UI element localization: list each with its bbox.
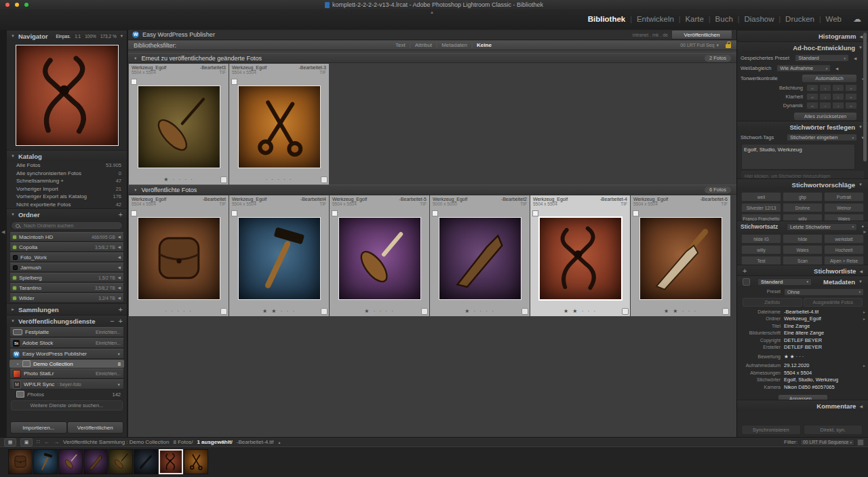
- filter-option-text[interactable]: Text: [391, 42, 410, 48]
- panel-switch-icon[interactable]: [833, 66, 838, 71]
- collection-demo-collection[interactable]: Demo Collection8: [9, 360, 124, 368]
- increase-button[interactable]: [832, 93, 844, 100]
- photo-checkbox[interactable]: [432, 210, 438, 216]
- navigator-preview[interactable]: [16, 45, 119, 146]
- service-setup-link[interactable]: Einrichten...: [96, 341, 121, 345]
- filmstrip-thumb-2[interactable]: [33, 449, 58, 474]
- metadata-value[interactable]: 29.12.2020: [784, 362, 810, 368]
- decrease-large-button[interactable]: [806, 84, 818, 92]
- tab-buch[interactable]: Buch: [711, 15, 738, 23]
- service-easy-wordpress-publisher[interactable]: Easy WordPress Publisher: [9, 349, 124, 359]
- photo-rating[interactable]: ★ ★ · · ·: [229, 308, 329, 314]
- add-service-icon[interactable]: [119, 317, 123, 325]
- collapse-icon[interactable]: [859, 45, 863, 50]
- navigator-header[interactable]: Navigator Einpas.1:1100%173,2 %: [7, 30, 127, 41]
- photo-rating[interactable]: ★ ★ · · ·: [530, 308, 630, 314]
- photo-rating[interactable]: · · · · ·: [129, 308, 229, 314]
- reset-all-button[interactable]: Alles zurücksetzen: [793, 112, 857, 121]
- decrease-large-button[interactable]: [806, 102, 818, 109]
- thumbnail-options-icon[interactable]: ∷: [37, 439, 40, 445]
- metadata-value[interactable]: Eine ältere Zange: [784, 330, 824, 336]
- metadata-header[interactable]: Standard Metadaten: [737, 275, 868, 287]
- tab-bibliothek[interactable]: Bibliothek: [583, 15, 631, 23]
- metadata-value[interactable]: Eine Zange: [784, 323, 810, 329]
- photo-checkbox[interactable]: [231, 210, 237, 216]
- filmstrip-thumb-7[interactable]: [159, 449, 183, 474]
- keyword-suggestions-header[interactable]: Stichwortvorschläge: [737, 178, 868, 190]
- tab-drucken[interactable]: Drucken: [781, 15, 819, 23]
- add-collection-icon[interactable]: [119, 305, 123, 313]
- keyword-set-button[interactable]: Hochzeit: [824, 245, 864, 254]
- rotate-left-icon[interactable]: ←: [44, 439, 50, 445]
- keyword-tags-dropdown[interactable]: Stichwörter eingeben: [787, 134, 857, 141]
- expand-icon[interactable]: [118, 265, 121, 269]
- keywording-header[interactable]: Stichwörter festlegen: [737, 121, 868, 132]
- catalog-item-vorheriger-import[interactable]: Vorheriger Import21: [7, 185, 127, 193]
- collapse-icon[interactable]: [11, 212, 15, 216]
- keyword-set-button[interactable]: Wales: [783, 245, 823, 254]
- sync-button-0[interactable]: Synchronisieren: [741, 425, 801, 435]
- photo-thumbnail[interactable]: [538, 216, 623, 301]
- collapse-icon[interactable]: [859, 183, 863, 187]
- expand-icon[interactable]: [859, 34, 863, 39]
- increase-large-button[interactable]: [845, 93, 857, 100]
- remove-service-icon[interactable]: [110, 317, 114, 325]
- filter-preset-dropdown[interactable]: 00 LRT Full Seq: [680, 43, 719, 48]
- keyword-set-button[interactable]: hilde IG: [741, 234, 781, 244]
- metadata-tab-ausgew-hlte-fotos[interactable]: Ausgewählte Fotos: [804, 298, 863, 307]
- collapse-icon[interactable]: [859, 125, 863, 129]
- filter-option-metadaten[interactable]: Metadaten: [437, 42, 471, 48]
- photo-rating[interactable]: ★ · · · ·: [330, 308, 429, 314]
- keyword-set-button[interactable]: willy: [741, 245, 781, 254]
- sammlungen-header[interactable]: Sammlungen: [7, 303, 127, 315]
- collapse-icon[interactable]: [860, 225, 865, 229]
- loupe-view-button[interactable]: ▣: [20, 438, 33, 446]
- filmstrip-thumb-3[interactable]: [58, 449, 83, 474]
- minimize-window-button[interactable]: [15, 3, 19, 7]
- katalog-header[interactable]: Katalog: [7, 150, 127, 161]
- zoom-window-button[interactable]: [24, 3, 28, 7]
- filmstrip-thumb-8[interactable]: [184, 449, 208, 474]
- photo-thumbnail[interactable]: [439, 217, 521, 300]
- photo-checkbox[interactable]: [131, 210, 137, 216]
- photo-thumbnail[interactable]: [238, 217, 321, 300]
- publish-button-left[interactable]: Veröffentlichen: [67, 421, 124, 434]
- zoom-level-2[interactable]: 100%: [85, 34, 96, 39]
- section-header[interactable]: Erneut zu veröffentlichende geänderte Fo…: [128, 53, 736, 63]
- photo-checkbox[interactable]: [131, 79, 137, 85]
- volume-wilder[interactable]: Wilder3,2/4 TB: [9, 293, 124, 303]
- expand-icon[interactable]: [118, 255, 121, 259]
- photo-thumbnail[interactable]: [138, 217, 220, 300]
- keyword-suggestion-button[interactable]: Portrait: [824, 192, 864, 202]
- catalog-item-alle-fotos[interactable]: Alle Fotos53.905: [7, 161, 127, 170]
- filmstrip-thumb-4[interactable]: [83, 449, 108, 474]
- breadcrumb[interactable]: Veröffentlichte Sammlung : Demo Collecti…: [63, 439, 169, 445]
- filter-option-attribut[interactable]: Attribut: [411, 42, 436, 48]
- keyword-suggestion-button[interactable]: gbp: [783, 192, 823, 202]
- metadata-value[interactable]: -Bearbeitet-4.tif: [784, 309, 818, 315]
- photo-checkbox[interactable]: [231, 79, 237, 85]
- photo-cell[interactable]: Werkzeug_Egolf-Bearbeitet45504 x 5504TIF…: [229, 195, 329, 316]
- white-balance-dropdown[interactable]: Wie Aufnahme: [776, 64, 831, 72]
- panel-switch-icon[interactable]: [852, 56, 856, 60]
- collection-photos[interactable]: Photos142: [9, 390, 124, 398]
- metadata-value[interactable]: ★ ★ · · ·: [784, 354, 804, 360]
- zoom-level-1[interactable]: 1:1: [75, 34, 81, 39]
- zoom-level-3[interactable]: 173,2 %: [100, 34, 117, 39]
- volume-copolla[interactable]: Copolla3,5/8,2 TB: [9, 242, 124, 252]
- photo-thumbnail[interactable]: [639, 217, 722, 300]
- collapse-icon[interactable]: [859, 280, 863, 284]
- metadata-value[interactable]: Nikon D850 #6057065: [784, 384, 835, 390]
- keyword-set-dropdown[interactable]: Letzte Stichwörter: [787, 223, 857, 231]
- expand-icon[interactable]: [118, 296, 121, 300]
- catalog-item-nicht-exportierte-fotos[interactable]: Nicht exportierte Fotos42: [7, 201, 127, 209]
- keyword-suggestion-button[interactable]: Silvester 12/13: [741, 203, 781, 212]
- service-setup-link[interactable]: Einrichten...: [96, 371, 121, 376]
- filmstrip-thumb-1[interactable]: [8, 449, 33, 474]
- photo-rating[interactable]: ★ · · · ·: [430, 308, 530, 314]
- collapse-icon[interactable]: [11, 319, 15, 323]
- filter-lock-icon[interactable]: [726, 44, 731, 48]
- keyword-set-button[interactable]: werkstatt: [824, 234, 864, 244]
- decrease-button[interactable]: [819, 93, 831, 100]
- photo-checkbox[interactable]: [633, 210, 639, 216]
